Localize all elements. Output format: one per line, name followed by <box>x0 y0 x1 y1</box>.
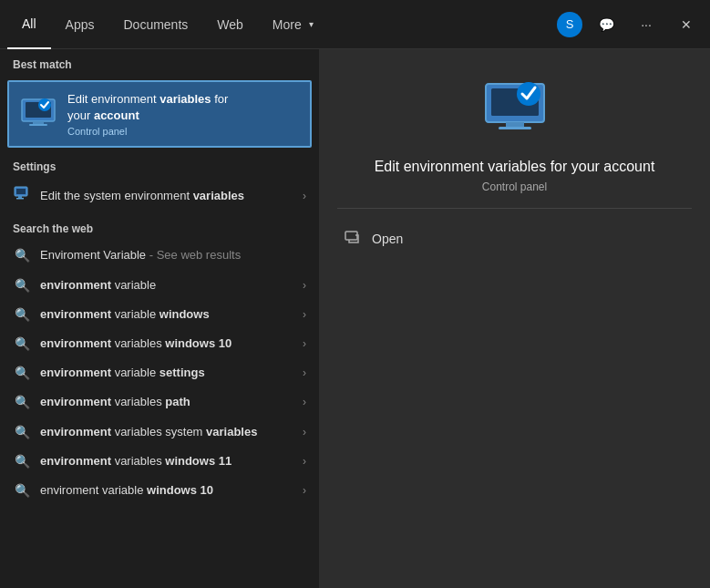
chevron-right-icon-6: › <box>303 426 306 438</box>
search-icon-3: 🔍 <box>13 336 31 351</box>
tab-all-label: All <box>22 16 36 31</box>
right-panel: Edit environment variables for your acco… <box>319 49 710 588</box>
svg-rect-12 <box>499 127 531 129</box>
left-panel: Best match Edit environment variables fo… <box>0 49 319 588</box>
main-content: Best match Edit environment variables fo… <box>0 49 710 588</box>
open-action[interactable]: Open <box>337 223 692 254</box>
chevron-down-icon: ▾ <box>309 19 314 29</box>
web-item-7[interactable]: 🔍 environment variables windows 11 › <box>0 447 319 476</box>
web-item-8[interactable]: 🔍 enviroment variable windows 10 › <box>0 476 319 505</box>
divider <box>337 208 692 209</box>
user-avatar[interactable]: S <box>557 12 582 37</box>
web-item-text-0: Enviroment Variable - See web results <box>40 247 306 263</box>
best-match-text: Edit environment variables foryour accou… <box>67 91 228 137</box>
svg-rect-7 <box>18 196 22 198</box>
best-match-app-icon <box>20 96 57 132</box>
web-item-1[interactable]: 🔍 environment variable › <box>0 271 319 300</box>
top-nav: All Apps Documents Web More ▾ S 💬 ··· ✕ <box>0 0 710 49</box>
search-icon-8: 🔍 <box>13 483 31 498</box>
web-item-text-7: environment variables windows 11 <box>40 453 293 469</box>
web-item-text-3: environment variables windows 10 <box>40 335 293 352</box>
more-options-button[interactable]: ··· <box>630 8 663 41</box>
close-button[interactable]: ✕ <box>670 8 703 41</box>
open-icon <box>345 229 363 249</box>
search-icon-5: 🔍 <box>13 395 31 409</box>
svg-rect-11 <box>506 122 524 127</box>
chevron-right-icon-5: › <box>303 396 306 408</box>
svg-rect-6 <box>16 189 26 194</box>
best-match-item[interactable]: Edit environment variables foryour accou… <box>7 80 312 148</box>
tab-all[interactable]: All <box>7 0 51 49</box>
settings-label: Settings <box>0 151 319 179</box>
feedback-icon: 💬 <box>599 17 614 32</box>
web-item-3[interactable]: 🔍 environment variables windows 10 › <box>0 329 319 358</box>
search-icon-4: 🔍 <box>13 366 31 380</box>
web-search-label: Search the web <box>0 213 319 241</box>
search-icon-7: 🔍 <box>13 454 31 469</box>
best-match-title: Edit environment variables foryour accou… <box>67 91 228 124</box>
tab-web[interactable]: Web <box>202 0 258 49</box>
ellipsis-icon: ··· <box>641 17 652 32</box>
settings-item-text: Edit the system environment variables <box>40 188 293 204</box>
right-app-title: Edit environment variables for your acco… <box>375 157 655 177</box>
chevron-right-icon-7: › <box>303 455 306 468</box>
web-item-text-6: environment variables system variables <box>40 424 293 440</box>
tab-documents-label: Documents <box>123 17 188 32</box>
web-item-6[interactable]: 🔍 environment variables system variables… <box>0 418 319 447</box>
tab-more[interactable]: More ▾ <box>258 0 328 49</box>
web-item-0[interactable]: 🔍 Enviroment Variable - See web results <box>0 241 319 270</box>
tab-web-label: Web <box>217 17 243 32</box>
chevron-right-icon-3: › <box>303 337 306 350</box>
right-app-subtitle: Control panel <box>482 181 547 193</box>
tab-documents[interactable]: Documents <box>108 0 202 49</box>
web-item-2[interactable]: 🔍 environment variable windows › <box>0 300 319 329</box>
tab-more-label: More <box>273 17 302 32</box>
feedback-button[interactable]: 💬 <box>590 8 623 41</box>
chevron-right-icon-8: › <box>303 484 306 497</box>
search-icon-2: 🔍 <box>13 307 31 322</box>
web-item-text-1: environment variable <box>40 277 293 294</box>
svg-rect-2 <box>33 121 44 124</box>
tab-apps-label: Apps <box>66 17 95 32</box>
chevron-right-icon-4: › <box>303 366 306 379</box>
search-icon-0: 🔍 <box>13 248 31 263</box>
close-icon: ✕ <box>681 17 692 32</box>
tab-apps[interactable]: Apps <box>51 0 109 49</box>
search-icon-6: 🔍 <box>13 425 31 439</box>
user-initial: S <box>566 17 574 31</box>
chevron-right-icon-1: › <box>303 279 306 292</box>
right-app-icon <box>482 77 548 142</box>
web-item-4[interactable]: 🔍 environment variable settings › <box>0 358 319 387</box>
settings-item-system-vars[interactable]: Edit the system environment variables › <box>0 179 319 213</box>
svg-rect-8 <box>16 198 24 200</box>
web-item-text-4: environment variable settings <box>40 365 293 381</box>
web-item-5[interactable]: 🔍 environment variables path › <box>0 387 319 417</box>
web-item-text-8: enviroment variable windows 10 <box>40 482 293 499</box>
web-item-text-5: environment variables path <box>40 394 293 410</box>
svg-rect-3 <box>29 124 47 126</box>
search-icon-1: 🔍 <box>13 278 31 293</box>
chevron-right-icon: › <box>303 190 306 202</box>
chevron-right-icon-2: › <box>303 308 306 321</box>
open-label: Open <box>372 232 403 246</box>
best-match-subtitle: Control panel <box>67 126 228 137</box>
web-item-text-2: environment variable windows <box>40 306 293 323</box>
best-match-label: Best match <box>0 49 319 77</box>
settings-icon <box>13 186 31 206</box>
